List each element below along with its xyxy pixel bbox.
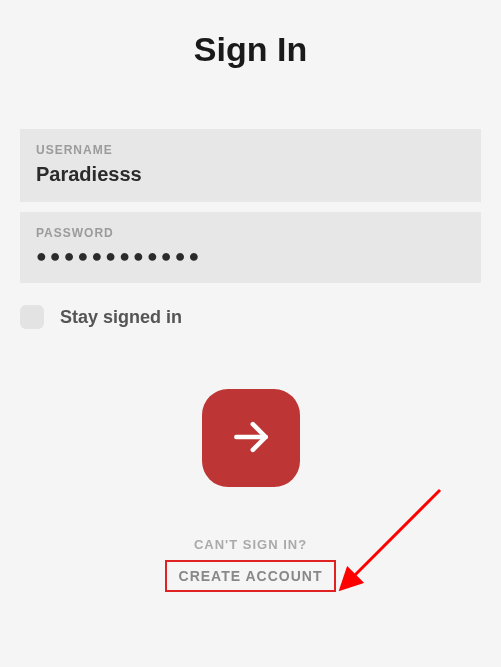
password-input[interactable]: ●●●●●●●●●●●● (36, 246, 465, 267)
cant-signin-link[interactable]: CAN'T SIGN IN? (20, 537, 481, 552)
password-field-wrap[interactable]: PASSWORD ●●●●●●●●●●●● (20, 212, 481, 283)
stay-signed-in-checkbox[interactable] (20, 305, 44, 329)
stay-signed-in-label: Stay signed in (60, 307, 182, 328)
submit-button[interactable] (202, 389, 300, 487)
submit-wrap (20, 389, 481, 487)
page-title: Sign In (20, 30, 481, 69)
username-input[interactable] (36, 163, 465, 186)
username-label: USERNAME (36, 143, 465, 157)
username-field-wrap[interactable]: USERNAME (20, 129, 481, 202)
create-account-link[interactable]: CREATE ACCOUNT (165, 560, 337, 592)
password-label: PASSWORD (36, 226, 465, 240)
links-section: CAN'T SIGN IN? CREATE ACCOUNT (20, 537, 481, 592)
arrow-right-icon (229, 415, 273, 462)
stay-signed-in-row: Stay signed in (20, 305, 481, 329)
signin-form: Sign In USERNAME PASSWORD ●●●●●●●●●●●● S… (0, 0, 501, 667)
